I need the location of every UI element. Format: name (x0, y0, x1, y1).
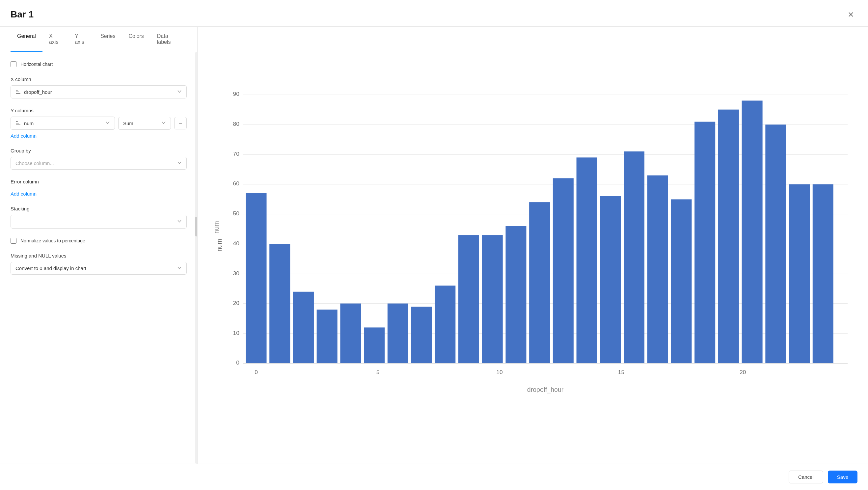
left-panel: General X axis Y axis Series Colors Data… (0, 27, 197, 464)
bar-6 (388, 304, 408, 363)
svg-rect-6 (16, 123, 19, 123)
y-col-select-wrapper: num (10, 117, 115, 130)
normalize-label: Normalize values to percentage (21, 238, 85, 243)
save-button[interactable]: Save (828, 470, 858, 483)
bar-10 (482, 235, 503, 363)
agg-value: Sum (123, 121, 157, 126)
remove-y-column-button[interactable]: − (174, 117, 187, 129)
group-by-chevron-icon (177, 160, 182, 166)
bar-7 (411, 307, 432, 363)
bar-chart: num (211, 37, 855, 453)
svg-text:10: 10 (233, 330, 239, 336)
panel-content: Horizontal chart X column (0, 52, 197, 464)
bar-13 (553, 178, 574, 363)
bar-8 (435, 285, 456, 363)
normalize-checkbox[interactable] (10, 238, 17, 244)
x-column-select-wrapper: dropoff_hour (10, 85, 187, 98)
bar-23 (789, 184, 810, 363)
bar-14 (577, 157, 597, 363)
missing-null-value: Convert to 0 and display in chart (16, 266, 173, 271)
left-panel-inner: Horizontal chart X column (0, 52, 197, 464)
horizontal-chart-checkbox[interactable] (10, 61, 17, 67)
bar-4 (340, 304, 361, 363)
bar-0 (246, 193, 267, 363)
dialog-header: Bar 1 (0, 0, 868, 27)
svg-rect-3 (16, 92, 19, 92)
tab-y-axis[interactable]: Y axis (68, 27, 94, 52)
svg-text:30: 30 (233, 270, 239, 277)
close-button[interactable] (844, 8, 858, 21)
tab-colors[interactable]: Colors (122, 27, 151, 52)
svg-text:10: 10 (496, 369, 502, 375)
y-col-value: num (24, 121, 101, 126)
scrollbar-track[interactable] (195, 52, 197, 464)
x-column-value: dropoff_hour (24, 89, 173, 95)
stacking-label: Stacking (10, 206, 187, 211)
y-columns-group: Y columns num (10, 108, 187, 139)
group-by-group: Group by Choose column... (10, 148, 187, 170)
error-column-group: Error column Add column (10, 179, 187, 196)
add-y-column-button[interactable]: Add column (10, 133, 36, 139)
normalize-row: Normalize values to percentage (10, 238, 187, 244)
group-by-select[interactable]: Choose column... (10, 157, 187, 170)
horizontal-chart-label: Horizontal chart (21, 62, 53, 67)
x-column-select[interactable]: dropoff_hour (10, 85, 187, 98)
tab-general[interactable]: General (10, 27, 42, 52)
scrollbar-thumb[interactable] (195, 217, 197, 237)
bar-11 (505, 226, 526, 363)
bar-20 (718, 110, 739, 363)
y-col-select[interactable]: num (10, 117, 115, 130)
tab-data-labels[interactable]: Data labels (151, 27, 187, 52)
bar-16 (624, 151, 644, 363)
y-col-chevron-icon (105, 121, 110, 126)
stacking-group: Stacking (10, 206, 187, 228)
chart-area: num (211, 37, 855, 453)
dialog: Bar 1 General X axis Y axis (0, 0, 868, 490)
dialog-title: Bar 1 (10, 9, 34, 20)
svg-rect-2 (16, 90, 18, 91)
stacking-select[interactable] (10, 215, 187, 228)
svg-rect-7 (16, 124, 21, 125)
svg-text:50: 50 (233, 210, 239, 217)
error-column-label: Error column (10, 179, 187, 184)
tab-x-axis[interactable]: X axis (42, 27, 68, 52)
svg-text:num: num (213, 221, 220, 234)
missing-null-select-wrapper: Convert to 0 and display in chart (10, 262, 187, 275)
bar-12 (529, 202, 550, 363)
agg-select[interactable]: Sum (118, 117, 171, 130)
svg-text:40: 40 (233, 240, 239, 247)
bar-17 (647, 176, 668, 364)
stacking-select-wrapper (10, 215, 187, 228)
agg-chevron-icon (161, 121, 166, 126)
svg-text:60: 60 (233, 180, 239, 187)
svg-text:20: 20 (740, 369, 746, 375)
right-panel: num (197, 27, 868, 464)
missing-null-label: Missing and NULL values (10, 253, 187, 258)
bar-24 (813, 184, 833, 363)
y-columns-row: num Sum (10, 117, 187, 130)
bar-22 (765, 124, 786, 363)
dialog-footer: Cancel Save (0, 464, 868, 490)
svg-text:70: 70 (233, 151, 239, 157)
add-error-column-button[interactable]: Add column (10, 191, 36, 196)
group-by-placeholder: Choose column... (16, 160, 173, 166)
bar-2 (293, 292, 314, 363)
svg-rect-5 (16, 121, 18, 122)
stacking-chevron-icon (177, 219, 182, 224)
x-column-group: X column dropoff_hour (10, 76, 187, 98)
x-column-chevron-icon (177, 89, 182, 95)
y-axis-label: num (216, 239, 223, 251)
bar-5 (364, 327, 384, 363)
group-by-label: Group by (10, 148, 187, 153)
sort-icon (16, 89, 22, 95)
bar-19 (694, 122, 715, 364)
svg-text:20: 20 (233, 300, 239, 306)
missing-null-select[interactable]: Convert to 0 and display in chart (10, 262, 187, 275)
bar-15 (600, 196, 621, 363)
bar-9 (458, 235, 479, 363)
missing-null-chevron-icon (177, 266, 182, 271)
tab-series[interactable]: Series (94, 27, 122, 52)
cancel-button[interactable]: Cancel (788, 470, 823, 483)
dialog-body: General X axis Y axis Series Colors Data… (0, 27, 868, 464)
agg-select-wrapper: Sum (118, 117, 171, 130)
